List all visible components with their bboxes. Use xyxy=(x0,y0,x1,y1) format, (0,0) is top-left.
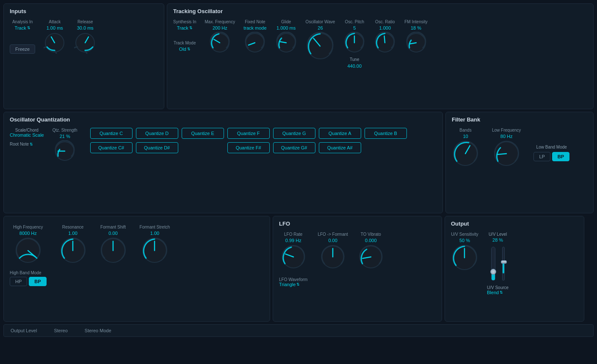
synthesis-in-dropdown[interactable]: Track ⇅ xyxy=(177,25,193,30)
high-band-mode-label: High Band Mode xyxy=(10,270,41,275)
glide-knob[interactable] xyxy=(275,32,297,54)
quantize-e-button[interactable]: Quantize E xyxy=(182,128,224,139)
lp-button[interactable]: LP xyxy=(533,152,550,161)
synthesis-in-label: Synthesis In xyxy=(173,19,196,24)
osc-pitch-group: Osc. Pitch 5 xyxy=(343,19,365,54)
quantize-cs-button[interactable]: Quantize C# xyxy=(90,142,133,153)
quantize-g-button[interactable]: Quantize G xyxy=(273,128,315,139)
analysis-in-value: Track xyxy=(15,25,26,30)
uv-sensitivity-value: 50 % xyxy=(459,238,470,243)
low-freq-value: 80 Hz xyxy=(500,134,513,139)
formant-stretch-value: 1.00 xyxy=(150,231,159,236)
fixed-note-knob[interactable] xyxy=(244,32,266,54)
analysis-in-arrow: ⇅ xyxy=(27,26,30,30)
fm-intensity-label: FM Intensity xyxy=(404,19,427,24)
bands-knob[interactable] xyxy=(452,140,479,168)
bp-bottom-button[interactable]: BP xyxy=(29,277,46,286)
quantize-c-button[interactable]: Quantize C xyxy=(90,128,133,139)
root-note-label: Root Note xyxy=(10,142,29,146)
resonance-group: Resonance 1.00 xyxy=(59,225,87,265)
output-level-footer-label: Output Level xyxy=(11,328,37,333)
qtz-strength-knob[interactable] xyxy=(54,140,76,162)
freeze-button[interactable]: Freeze xyxy=(10,44,35,54)
high-freq-label: High Frequency xyxy=(13,225,43,229)
lfo-rate-knob[interactable] xyxy=(281,244,306,270)
qtz-strength-label: Qtz. Strength xyxy=(53,128,77,132)
quantize-ds-button[interactable]: Quantize D# xyxy=(136,142,178,153)
osc-pitch-knob[interactable] xyxy=(343,32,365,54)
low-freq-knob[interactable] xyxy=(493,140,520,168)
high-freq-knob[interactable] xyxy=(14,237,42,265)
bands-label: Bands xyxy=(459,128,471,132)
quantize-b-button[interactable]: Quantize B xyxy=(365,128,407,139)
fm-intensity-value: 18 % xyxy=(411,25,421,30)
tune-label: Tune xyxy=(350,57,359,62)
quantize-fs-button[interactable]: Quantize F# xyxy=(227,142,270,153)
formant-shift-value: 0.00 xyxy=(108,231,117,236)
track-mode-arrow: ⇅ xyxy=(187,47,191,51)
low-band-mode-group: Low Band Mode LP BP xyxy=(533,145,569,161)
uv-level-slider-container xyxy=(491,247,495,281)
low-band-mode-toggle: LP BP xyxy=(533,152,569,161)
osc-wave-group: Oscillator Wave 26 xyxy=(306,19,335,61)
lfo-waveform-group: LFO Waveform Triangle ⇅ xyxy=(279,277,307,287)
bp-button[interactable]: BP xyxy=(552,152,569,161)
lfo-rate-value: 0.99 Hz xyxy=(285,238,301,243)
scale-chord-label: Scale/Chord xyxy=(10,128,44,132)
fixed-note-label: Fixed Note xyxy=(245,19,265,24)
glide-group: Glide 1.000 ms xyxy=(275,19,297,54)
high-freq-value: 8000 Hz xyxy=(19,231,37,236)
release-group: Release 30.0 ms xyxy=(74,19,96,54)
lfo-rate-label: LFO Rate xyxy=(284,232,302,237)
root-note-dropdown[interactable]: Root Note ⇅ xyxy=(10,142,44,146)
quantize-as-button[interactable]: Quantize A# xyxy=(319,142,361,153)
uv-source-dropdown[interactable]: Blend ⇅ xyxy=(487,290,509,295)
formant-stretch-knob[interactable] xyxy=(141,237,169,265)
osc-wave-knob[interactable] xyxy=(306,32,334,61)
to-vibrato-knob[interactable] xyxy=(358,244,384,270)
osc-ratio-value: 1.000 xyxy=(379,25,391,30)
synthesis-in-value: Track xyxy=(177,25,188,30)
uv-source-slider[interactable] xyxy=(502,247,505,281)
uv-level-label: U/V Level xyxy=(489,232,507,237)
lfo-panel: LFO LFO Rate 0.99 Hz LFO Waveform xyxy=(273,216,442,322)
quantize-f-button[interactable]: Quantize F xyxy=(227,128,270,139)
osc-ratio-knob[interactable] xyxy=(374,32,396,54)
quantize-gs-button[interactable]: Quantize G# xyxy=(273,142,315,153)
scale-chord-dropdown[interactable]: Chromatic Scale xyxy=(10,132,44,138)
footer: Output Level Stereo Stereo Mode xyxy=(3,324,594,337)
fm-intensity-group: FM Intensity 18 % xyxy=(404,19,427,54)
lfo-waveform-dropdown[interactable]: Triangle ⇅ xyxy=(279,282,307,287)
high-freq-group: High Frequency 8000 Hz High Band Mode HP… xyxy=(10,225,47,286)
lfo-formant-knob[interactable] xyxy=(320,244,345,270)
osc-ratio-label: Osc. Ratio xyxy=(375,19,395,24)
attack-value: 1.00 ms xyxy=(47,25,63,30)
osc-quant-title: Oscillator Quantization xyxy=(10,116,437,123)
root-note-group: Root Note ⇅ xyxy=(10,140,44,146)
quantize-d-button[interactable]: Quantize D xyxy=(136,128,178,139)
bands-group: Bands 10 xyxy=(452,128,479,168)
track-mode-dropdown[interactable]: Old ⇅ xyxy=(179,47,191,52)
hp-button[interactable]: HP xyxy=(10,277,27,286)
output-panel: Output U/V Sensitivity 50 % xyxy=(445,216,584,322)
analysis-in-dropdown[interactable]: Track ⇅ xyxy=(15,25,30,30)
resonance-label: Resonance xyxy=(62,225,84,229)
to-vibrato-label: TO Vibrato xyxy=(361,232,381,237)
max-freq-knob[interactable] xyxy=(209,32,231,54)
attack-knob[interactable] xyxy=(44,32,66,54)
analysis-in-label: Analysis In xyxy=(12,19,33,24)
uv-sensitivity-knob[interactable] xyxy=(451,244,478,272)
osc-pitch-value: 5 xyxy=(353,25,356,30)
release-knob[interactable] xyxy=(74,32,96,54)
max-freq-value: 200 Hz xyxy=(213,25,227,30)
synthesis-in-arrow: ⇅ xyxy=(189,26,193,30)
formant-shift-knob[interactable] xyxy=(100,237,127,265)
resonance-knob[interactable] xyxy=(59,237,87,265)
quantize-row-2: Quantize C# Quantize D# Quantize F# Quan… xyxy=(90,142,407,153)
uv-level-slider[interactable] xyxy=(491,247,495,281)
inputs-title: Inputs xyxy=(10,8,158,14)
low-band-mode-label: Low Band Mode xyxy=(533,145,569,149)
quantize-a-button[interactable]: Quantize A xyxy=(319,128,361,139)
fm-intensity-knob[interactable] xyxy=(405,32,427,54)
release-label: Release xyxy=(77,19,93,24)
